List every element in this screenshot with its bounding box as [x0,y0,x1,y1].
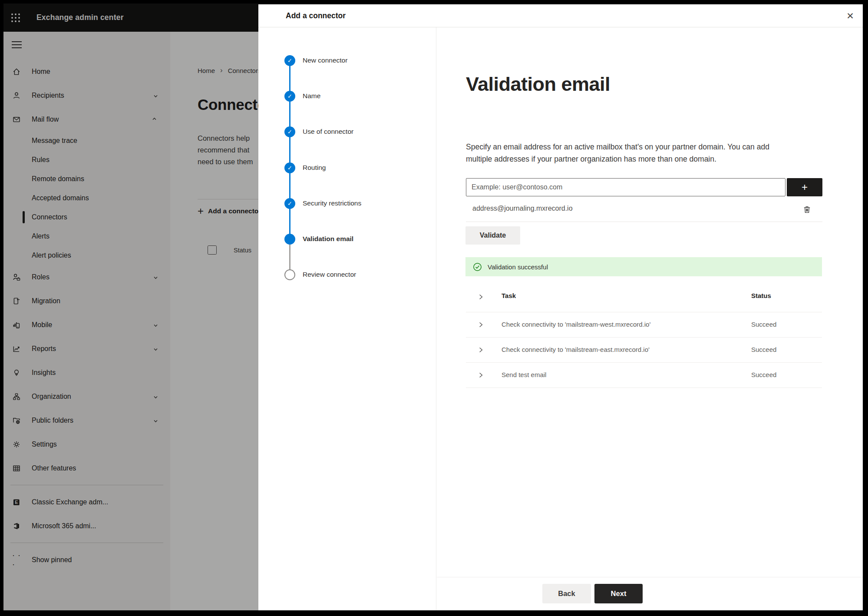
delete-address-button[interactable] [801,203,813,215]
task-row-send-test-email: Send test emailSucceed [466,362,822,387]
task-row-check-connectivity-to-mailstream-west-mx: Check connectivity to 'mailstream-west.m… [466,312,822,337]
panel-header: Add a connector [258,4,863,27]
close-button[interactable]: ✕ [843,9,858,23]
step-label: Validation email [303,235,353,243]
step-current-icon [284,234,295,245]
status-cell: Succeed [751,321,776,328]
step-completed-icon: ✓ [284,55,295,66]
expand-row-chevron-icon[interactable] [478,347,484,353]
step-connector-line-upcoming [289,244,290,269]
added-email-address: address@journaling.mxrecord.io [472,205,573,212]
success-check-icon [473,262,482,272]
step-completed-icon: ✓ [284,91,295,102]
content-description: Specify an email address for an active m… [466,141,769,165]
status-column-header: Status [751,292,771,299]
step-security-restrictions[interactable]: ✓Security restrictions [284,198,361,209]
task-cell: Check connectivity to 'mailstream-east.m… [502,346,650,353]
panel-title: Add a connector [286,4,346,27]
expand-row-chevron-icon[interactable] [478,321,484,328]
divider [466,387,822,388]
task-cell: Check connectivity to 'mailstream-west.m… [502,321,650,328]
step-validation-email[interactable]: Validation email [284,234,353,245]
add-connector-panel: Add a connector ✕ ✓New connector✓Name✓Us… [258,4,863,610]
step-label: New connector [303,56,347,64]
add-email-button[interactable]: + [787,178,822,196]
step-use-of-connector[interactable]: ✓Use of connector [284,126,353,137]
next-button[interactable]: Next [594,584,643,603]
task-column-header: Task [502,292,516,299]
step-review-connector[interactable]: Review connector [284,269,356,280]
validate-button[interactable]: Validate [465,226,520,245]
step-label: Routing [303,164,326,172]
task-table-header: Task Status [258,288,863,312]
step-new-connector[interactable]: ✓New connector [284,55,347,66]
expand-all-chevron-icon[interactable] [478,294,484,300]
step-completed-icon: ✓ [284,198,295,209]
step-completed-icon: ✓ [284,162,295,173]
status-cell: Succeed [751,346,776,353]
task-cell: Send test email [502,371,546,378]
step-routing[interactable]: ✓Routing [284,162,326,173]
step-label: Review connector [303,271,356,278]
back-button[interactable]: Back [542,584,591,603]
step-label: Security restrictions [303,199,361,207]
trash-icon [802,205,812,214]
wizard-steps: ✓New connector✓Name✓Use of connector✓Rou… [258,27,436,610]
step-label: Name [303,92,320,100]
expand-row-chevron-icon[interactable] [478,372,484,378]
step-completed-icon: ✓ [284,126,295,137]
footer-divider [437,577,863,577]
email-address-input[interactable] [466,178,785,196]
status-cell: Succeed [751,371,776,378]
divider [466,222,822,222]
step-label: Use of connector [303,128,353,136]
task-row-check-connectivity-to-mailstream-east-mx: Check connectivity to 'mailstream-east.m… [466,337,822,362]
content-heading: Validation email [466,73,610,96]
step-name[interactable]: ✓Name [284,91,320,102]
success-message: Validation successful [488,263,548,271]
step-upcoming-icon [284,269,295,280]
validation-success-banner: Validation successful [465,257,822,276]
